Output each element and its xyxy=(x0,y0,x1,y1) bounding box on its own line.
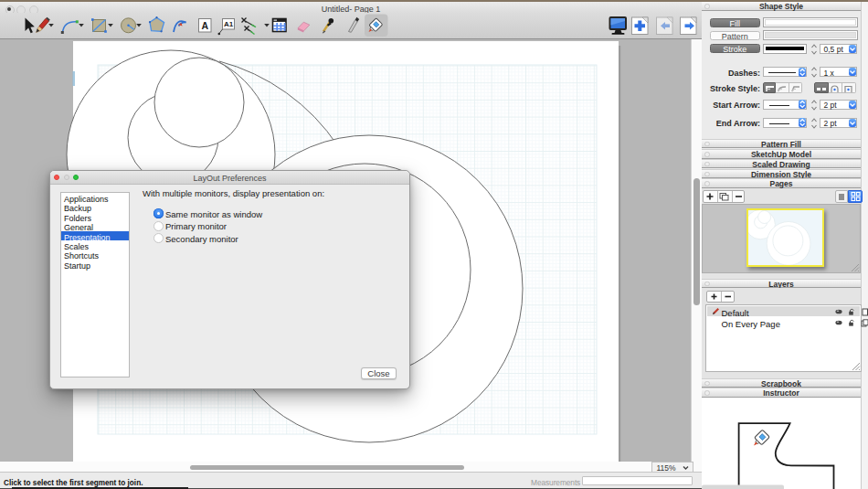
svg-text:A: A xyxy=(201,20,208,31)
svg-text:A1: A1 xyxy=(224,20,234,28)
